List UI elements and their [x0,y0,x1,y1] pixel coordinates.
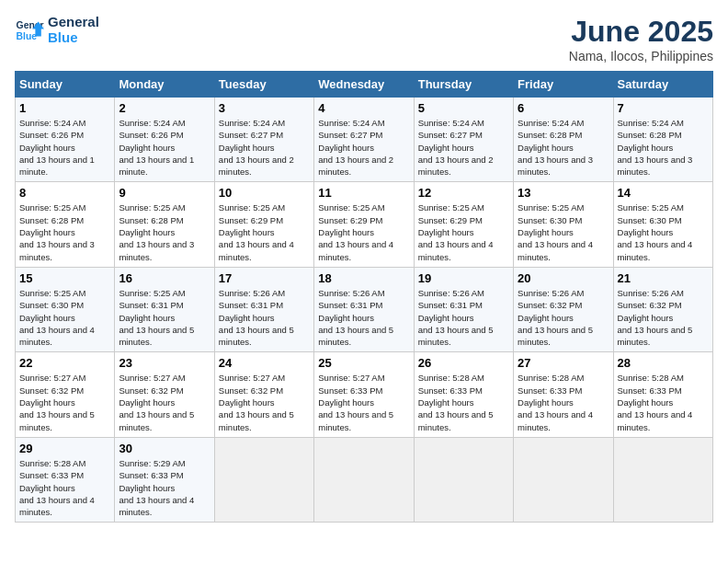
daylight-label: Daylight hours [119,397,175,408]
sunset-label: Sunset: 6:28 PM [518,130,582,140]
sunrise-label: Sunrise: 5:25 AM [19,288,85,298]
day-info: Sunrise: 5:25 AM Sunset: 6:30 PM Dayligh… [19,287,110,348]
calendar-day-7: 7 Sunrise: 5:24 AM Sunset: 6:28 PM Dayli… [613,98,712,182]
daylight-value: and 13 hours and 1 minute. [19,155,95,177]
header-monday: Monday [115,72,214,98]
daylight-value: and 13 hours and 5 minutes. [119,409,194,431]
sunrise-label: Sunrise: 5:24 AM [119,118,185,128]
day-number: 12 [418,186,509,200]
main-title: June 2025 [569,15,713,49]
day-info: Sunrise: 5:28 AM Sunset: 6:33 PM Dayligh… [19,457,110,518]
sunset-label: Sunset: 6:28 PM [19,215,84,225]
svg-text:Blue: Blue [17,30,38,40]
daylight-value: and 13 hours and 5 minutes. [318,409,393,431]
day-number: 9 [119,186,210,200]
daylight-value: and 13 hours and 5 minutes. [219,409,294,431]
daylight-value: and 13 hours and 5 minutes. [418,325,494,347]
calendar-day-27: 27 Sunrise: 5:28 AM Sunset: 6:33 PM Dayl… [514,352,613,437]
sunrise-label: Sunrise: 5:26 AM [219,288,285,298]
day-info: Sunrise: 5:24 AM Sunset: 6:28 PM Dayligh… [618,117,709,178]
sunset-label: Sunset: 6:33 PM [518,385,582,396]
daylight-label: Daylight hours [19,483,75,493]
daylight-value: and 13 hours and 4 minutes. [618,239,693,261]
daylight-value: and 13 hours and 4 minutes. [618,409,693,431]
day-header-row: Sunday Monday Tuesday Wednesday Thursday… [16,72,713,98]
day-number: 30 [119,442,210,455]
day-number: 18 [318,271,409,285]
header-thursday: Thursday [414,72,513,98]
day-info: Sunrise: 5:26 AM Sunset: 6:32 PM Dayligh… [618,287,709,348]
daylight-label: Daylight hours [318,143,374,153]
empty-cell [414,437,513,522]
calendar-day-16: 16 Sunrise: 5:25 AM Sunset: 6:31 PM Dayl… [115,267,214,351]
day-number: 28 [618,356,709,370]
sunrise-label: Sunrise: 5:28 AM [618,373,684,383]
sunrise-label: Sunrise: 5:26 AM [518,288,584,298]
sunrise-label: Sunrise: 5:28 AM [518,373,584,383]
daylight-label: Daylight hours [119,227,175,237]
empty-cell [214,437,313,522]
day-number: 1 [19,101,110,115]
day-number: 23 [119,356,210,370]
sunrise-label: Sunrise: 5:24 AM [19,118,85,128]
calendar-day-22: 22 Sunrise: 5:27 AM Sunset: 6:32 PM Dayl… [16,352,115,437]
calendar-day-26: 26 Sunrise: 5:28 AM Sunset: 6:33 PM Dayl… [414,352,513,437]
day-number: 6 [518,101,609,115]
day-info: Sunrise: 5:25 AM Sunset: 6:29 PM Dayligh… [318,201,409,262]
calendar-row: 8 Sunrise: 5:25 AM Sunset: 6:28 PM Dayli… [16,182,713,267]
daylight-value: and 13 hours and 4 minutes. [518,239,593,261]
day-info: Sunrise: 5:25 AM Sunset: 6:30 PM Dayligh… [618,201,709,262]
sunrise-label: Sunrise: 5:28 AM [19,458,85,468]
sunset-label: Sunset: 6:30 PM [518,215,582,225]
day-number: 8 [19,186,110,200]
sunset-label: Sunset: 6:31 PM [318,300,382,310]
daylight-label: Daylight hours [19,227,75,237]
daylight-label: Daylight hours [418,227,474,237]
sunset-label: Sunset: 6:28 PM [119,215,183,225]
day-info: Sunrise: 5:25 AM Sunset: 6:28 PM Dayligh… [19,201,110,262]
day-number: 29 [19,442,110,455]
calendar-day-24: 24 Sunrise: 5:27 AM Sunset: 6:32 PM Dayl… [214,352,313,437]
header-wednesday: Wednesday [314,72,414,98]
daylight-value: and 13 hours and 5 minutes. [219,325,294,347]
sunrise-label: Sunrise: 5:24 AM [518,118,584,128]
sunrise-label: Sunrise: 5:27 AM [119,373,185,383]
sunset-label: Sunset: 6:33 PM [618,385,682,396]
daylight-label: Daylight hours [219,313,275,323]
sunset-label: Sunset: 6:26 PM [19,130,84,140]
sunset-label: Sunset: 6:30 PM [19,300,84,310]
calendar-row: 15 Sunrise: 5:25 AM Sunset: 6:30 PM Dayl… [16,267,713,351]
day-info: Sunrise: 5:27 AM Sunset: 6:32 PM Dayligh… [19,372,110,432]
daylight-value: and 13 hours and 5 minutes. [19,409,95,431]
title-area: June 2025 Nama, Ilocos, Philippines [569,15,713,63]
daylight-label: Daylight hours [318,313,374,323]
day-info: Sunrise: 5:26 AM Sunset: 6:31 PM Dayligh… [219,287,310,348]
day-info: Sunrise: 5:28 AM Sunset: 6:33 PM Dayligh… [618,372,709,432]
daylight-label: Daylight hours [618,397,674,408]
calendar-day-9: 9 Sunrise: 5:25 AM Sunset: 6:28 PM Dayli… [115,182,214,267]
header-sunday: Sunday [16,72,115,98]
daylight-value: and 13 hours and 5 minutes. [418,409,494,431]
daylight-label: Daylight hours [418,397,474,408]
empty-cell [514,437,613,522]
calendar-day-6: 6 Sunrise: 5:24 AM Sunset: 6:28 PM Dayli… [514,98,613,182]
calendar-day-20: 20 Sunrise: 5:26 AM Sunset: 6:32 PM Dayl… [514,267,613,351]
sunset-label: Sunset: 6:31 PM [219,300,283,310]
sunrise-label: Sunrise: 5:25 AM [119,288,185,298]
daylight-value: and 13 hours and 5 minutes. [119,325,194,347]
day-info: Sunrise: 5:24 AM Sunset: 6:28 PM Dayligh… [518,117,609,178]
calendar-day-25: 25 Sunrise: 5:27 AM Sunset: 6:33 PM Dayl… [314,352,414,437]
day-number: 2 [119,101,210,115]
day-info: Sunrise: 5:25 AM Sunset: 6:29 PM Dayligh… [418,201,509,262]
daylight-label: Daylight hours [19,143,75,153]
daylight-label: Daylight hours [418,313,474,323]
calendar-day-10: 10 Sunrise: 5:25 AM Sunset: 6:29 PM Dayl… [214,182,313,267]
sunset-label: Sunset: 6:27 PM [418,130,483,140]
subtitle: Nama, Ilocos, Philippines [569,49,713,63]
calendar-day-28: 28 Sunrise: 5:28 AM Sunset: 6:33 PM Dayl… [613,352,712,437]
daylight-label: Daylight hours [618,227,674,237]
sunrise-label: Sunrise: 5:25 AM [518,202,584,213]
daylight-label: Daylight hours [318,227,374,237]
page-header: General Blue General Blue June 2025 Nama… [15,15,713,63]
day-info: Sunrise: 5:24 AM Sunset: 6:26 PM Dayligh… [19,117,110,178]
